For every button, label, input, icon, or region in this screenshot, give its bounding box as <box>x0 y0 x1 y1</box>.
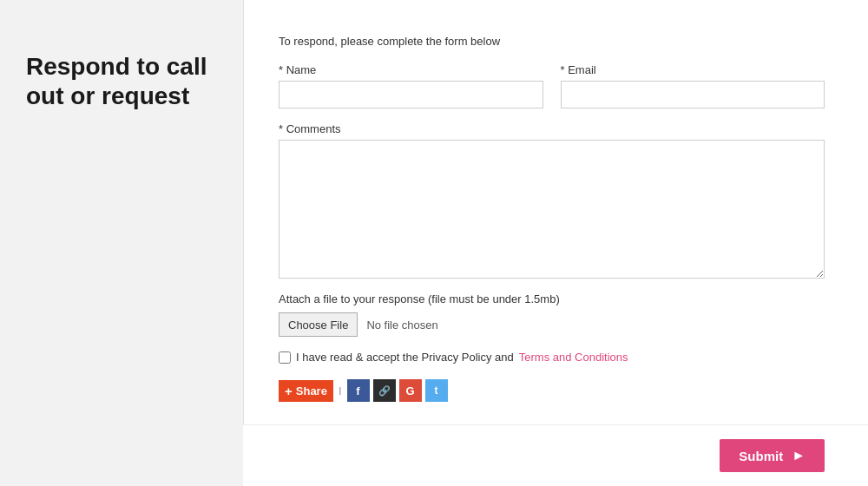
privacy-checkbox[interactable] <box>279 351 291 364</box>
attach-label: Attach a file to your response (file mus… <box>279 292 825 305</box>
comments-label: * Comments <box>279 122 825 135</box>
page-wrapper: Respond to call out or request To respon… <box>0 0 868 486</box>
comments-group: * Comments <box>279 122 825 279</box>
no-file-text: No file chosen <box>366 319 437 332</box>
submit-button[interactable]: Submit ► <box>720 439 825 472</box>
email-label: * Email <box>561 63 825 76</box>
facebook-icon[interactable]: f <box>347 379 370 402</box>
share-divider: I <box>339 384 342 397</box>
page-title: Respond to call out or request <box>26 52 217 110</box>
email-input[interactable] <box>561 81 825 108</box>
social-icons: f 🔗 G t <box>347 379 448 402</box>
left-panel: Respond to call out or request <box>0 0 243 486</box>
name-group: * Name <box>279 63 543 108</box>
privacy-text: I have read & accept the Privacy Policy … <box>296 351 514 364</box>
choose-file-button[interactable]: Choose File <box>279 312 358 337</box>
share-plus-icon: + <box>285 384 293 398</box>
privacy-row: I have read & accept the Privacy Policy … <box>279 351 825 364</box>
share-dark-icon[interactable]: 🔗 <box>373 379 396 402</box>
twitter-icon[interactable]: t <box>425 379 448 402</box>
submit-arrow-icon: ► <box>792 448 806 463</box>
share-label: Share <box>296 384 327 397</box>
name-label: * Name <box>279 63 543 76</box>
form-panel: To respond, please complete the form bel… <box>243 0 868 486</box>
form-intro: To respond, please complete the form bel… <box>279 35 825 48</box>
share-addthis-button[interactable]: + Share <box>279 380 333 402</box>
name-email-row: * Name * Email <box>279 63 825 108</box>
bottom-bar: Submit ► <box>243 424 868 486</box>
google-icon[interactable]: G <box>399 379 422 402</box>
submit-label: Submit <box>739 449 783 463</box>
terms-link[interactable]: Terms and Conditions <box>519 351 628 364</box>
name-input[interactable] <box>279 81 543 108</box>
comments-textarea[interactable] <box>279 140 825 279</box>
share-row: + Share I f 🔗 G t <box>279 379 825 402</box>
email-group: * Email <box>561 63 825 108</box>
file-row: Choose File No file chosen <box>279 312 825 337</box>
